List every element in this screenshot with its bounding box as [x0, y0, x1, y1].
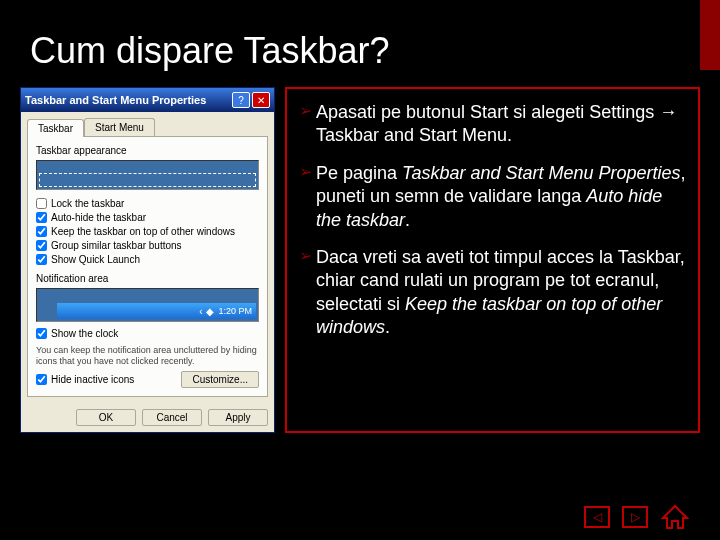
- dialog-buttons: OK Cancel Apply: [21, 403, 274, 432]
- text: Pe pagina: [316, 163, 402, 183]
- tab-taskbar[interactable]: Taskbar: [27, 119, 84, 137]
- check-label: Show the clock: [51, 328, 118, 339]
- check-label: Show Quick Launch: [51, 254, 140, 265]
- hint-text: You can keep the notification area unclu…: [36, 345, 259, 367]
- check-showclock[interactable]: Show the clock: [36, 328, 259, 339]
- instruction-panel: ➢ Apasati pe butonul Start si alegeti Se…: [285, 87, 700, 433]
- checkbox-quicklaunch[interactable]: [36, 254, 47, 265]
- text: Apasati pe butonul Start si alegeti Sett…: [316, 102, 659, 122]
- check-label: Lock the taskbar: [51, 198, 124, 209]
- tab-start-menu[interactable]: Start Menu: [84, 118, 155, 136]
- tray-icon: ◆: [206, 306, 214, 317]
- bullet-2: ➢ Pe pagina Taskbar and Start Menu Prope…: [299, 162, 686, 232]
- home-icon: [661, 504, 689, 530]
- titlebar: Taskbar and Start Menu Properties ? ✕: [21, 88, 274, 112]
- bullet-text: Apasati pe butonul Start si alegeti Sett…: [316, 101, 686, 148]
- apply-button[interactable]: Apply: [208, 409, 268, 426]
- check-ontop[interactable]: Keep the taskbar on top of other windows: [36, 226, 259, 237]
- checkbox-lock[interactable]: [36, 198, 47, 209]
- notification-label: Notification area: [36, 273, 259, 284]
- text: Taskbar and Start Menu.: [316, 125, 512, 145]
- ok-button[interactable]: OK: [76, 409, 136, 426]
- slide-title: Cum dispare Taskbar?: [0, 0, 720, 87]
- close-button[interactable]: ✕: [252, 92, 270, 108]
- help-button[interactable]: ?: [232, 92, 250, 108]
- check-lock-taskbar[interactable]: Lock the taskbar: [36, 198, 259, 209]
- prev-button[interactable]: ◁: [584, 506, 610, 528]
- chevron-left-icon: ‹: [199, 306, 202, 317]
- cancel-button[interactable]: Cancel: [142, 409, 202, 426]
- home-button[interactable]: [660, 504, 690, 530]
- checkbox-hideinactive[interactable]: [36, 374, 47, 385]
- bullet-icon: ➢: [299, 162, 312, 232]
- check-autohide[interactable]: Auto-hide the taskbar: [36, 212, 259, 223]
- bullet-1: ➢ Apasati pe butonul Start si alegeti Se…: [299, 101, 686, 148]
- next-button[interactable]: ▷: [622, 506, 648, 528]
- clock-time: 1:20 PM: [218, 306, 252, 316]
- bullet-text: Daca vreti sa aveti tot timpul acces la …: [316, 246, 686, 340]
- check-label: Hide inactive icons: [51, 374, 134, 385]
- bullet-icon: ➢: [299, 246, 312, 340]
- accent-bar: [700, 0, 720, 70]
- tabstrip: Taskbar Start Menu: [21, 112, 274, 136]
- check-label: Auto-hide the taskbar: [51, 212, 146, 223]
- titlebar-buttons: ? ✕: [232, 92, 270, 108]
- preview-dotted: [39, 173, 256, 187]
- text: .: [405, 210, 410, 230]
- customize-row: Hide inactive icons Customize...: [36, 371, 259, 388]
- customize-button[interactable]: Customize...: [181, 371, 259, 388]
- bullet-3: ➢ Daca vreti sa aveti tot timpul acces l…: [299, 246, 686, 340]
- arrow-icon: →: [659, 102, 677, 122]
- check-label: Keep the taskbar on top of other windows: [51, 226, 235, 237]
- taskbar-preview: [36, 160, 259, 190]
- checkbox-autohide[interactable]: [36, 212, 47, 223]
- bullet-icon: ➢: [299, 101, 312, 148]
- checkbox-ontop[interactable]: [36, 226, 47, 237]
- notification-preview: ‹ ◆ 1:20 PM: [36, 288, 259, 322]
- tab-panel: Taskbar appearance Lock the taskbar Auto…: [27, 136, 268, 397]
- bullet-text: Pe pagina Taskbar and Start Menu Propert…: [316, 162, 686, 232]
- window-title: Taskbar and Start Menu Properties: [25, 94, 206, 106]
- checkbox-group[interactable]: [36, 240, 47, 251]
- appearance-label: Taskbar appearance: [36, 145, 259, 156]
- content-row: Taskbar and Start Menu Properties ? ✕ Ta…: [0, 87, 720, 433]
- check-hideinactive[interactable]: Hide inactive icons: [36, 374, 134, 385]
- nav-controls: ◁ ▷: [584, 504, 690, 530]
- checkbox-showclock[interactable]: [36, 328, 47, 339]
- prev-icon: ◁: [593, 510, 602, 524]
- check-label: Group similar taskbar buttons: [51, 240, 182, 251]
- check-quicklaunch[interactable]: Show Quick Launch: [36, 254, 259, 265]
- taskbar-properties-dialog: Taskbar and Start Menu Properties ? ✕ Ta…: [20, 87, 275, 433]
- check-group[interactable]: Group similar taskbar buttons: [36, 240, 259, 251]
- next-icon: ▷: [631, 510, 640, 524]
- text-italic: Taskbar and Start Menu Properties: [402, 163, 680, 183]
- notif-bar: ‹ ◆ 1:20 PM: [57, 303, 256, 319]
- text: .: [385, 317, 390, 337]
